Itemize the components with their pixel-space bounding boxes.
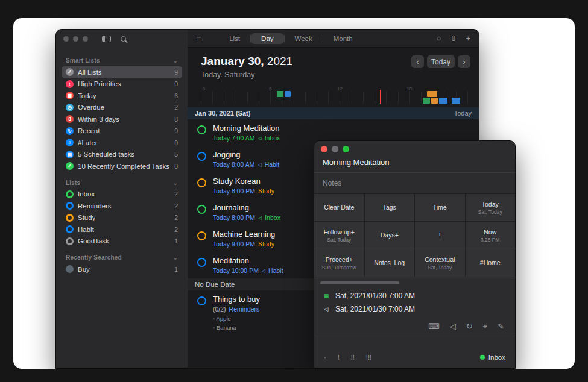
sidebar-item-later[interactable]: # #Later 0 (62, 137, 182, 149)
sidebar-item-recent[interactable]: ↻ Recent 9 (62, 125, 182, 137)
list-color-icon (66, 202, 74, 210)
task-complete-circle[interactable] (197, 178, 206, 187)
priority-none[interactable]: · (324, 354, 326, 361)
task-complete-circle[interactable] (197, 205, 206, 214)
action-proceed[interactable]: Proceed+Sun, Tomorrow (314, 249, 364, 277)
action-time[interactable]: Time (415, 194, 465, 221)
action-contextual[interactable]: ContextualSat, Today (415, 249, 465, 277)
announce-icon[interactable]: ◁ (450, 322, 456, 331)
section-header-smart-lists: Smart Lists ⌄ (62, 57, 182, 64)
count-badge: 2 (174, 202, 178, 210)
action-notes-log[interactable]: Notes_Log (365, 249, 415, 277)
desktop-background: Smart Lists ⌄ ✓ All Lists 9 ! High Prior… (13, 18, 575, 369)
notes-input[interactable]: Notes (314, 173, 515, 193)
tab-week[interactable]: Week (285, 33, 323, 44)
task-complete-circle[interactable] (197, 152, 206, 161)
task-detail-title: Morning Meditation (314, 157, 515, 173)
tab-list[interactable]: List (219, 33, 250, 44)
count-badge: 2 (174, 214, 178, 221)
repeat-icon[interactable]: ↻ (466, 322, 473, 331)
action-clear-date[interactable]: Clear Date (314, 194, 364, 221)
scrollbar-thumb[interactable] (320, 281, 399, 284)
attachment-icon[interactable]: ✎ (498, 322, 504, 331)
close-button[interactable] (321, 146, 327, 152)
sidebar-item-habit[interactable]: Habit 2 (62, 224, 182, 236)
toggle-sidebar-icon[interactable] (102, 36, 111, 42)
task-list-tag: Study (258, 187, 274, 195)
action-today[interactable]: TodaySat, Today (466, 194, 516, 221)
completed-icon: ✓ (66, 162, 74, 170)
close-button[interactable] (63, 36, 69, 42)
calendar-icon: ▦ (323, 293, 330, 299)
search-icon[interactable] (121, 36, 126, 42)
priority-medium[interactable]: !! (351, 354, 355, 361)
sidebar-item-scheduled-tasks[interactable]: ▤ 5 Scheduled tasks 5 (62, 149, 182, 161)
prev-day-button[interactable]: ‹ (411, 55, 424, 68)
action-tags[interactable]: Tags (365, 194, 415, 221)
minimize-button[interactable] (73, 36, 78, 42)
tab-month[interactable]: Month (323, 33, 363, 44)
sidebar-item-buy[interactable]: Buy 1 (62, 263, 182, 275)
section-header-lists: Lists ⌄ (62, 180, 182, 186)
horizontal-scrollbar (314, 277, 515, 286)
timeline-block (423, 98, 430, 104)
task-complete-circle[interactable] (197, 296, 206, 305)
task-complete-circle[interactable] (197, 231, 206, 240)
count-badge: 6 (174, 92, 178, 99)
task-title: Journaling (213, 203, 280, 212)
list-color-icon (66, 214, 74, 222)
priority-high[interactable]: !!! (366, 354, 371, 361)
location-icon[interactable]: ⌖ (483, 322, 487, 331)
task-time: Today 8:00 PM (213, 187, 255, 195)
today-button[interactable]: Today (427, 55, 455, 68)
action-now[interactable]: Now3:28 PM (466, 222, 516, 249)
sidebar-item-reminders[interactable]: Reminders 2 (62, 200, 182, 212)
sidebar-item-overdue[interactable]: ◷ Overdue 2 (62, 102, 182, 114)
minimize-button[interactable] (332, 146, 338, 152)
chevron-down-icon[interactable]: ⌄ (172, 57, 178, 64)
menu-icon[interactable]: ≡ (196, 34, 201, 43)
detail-window: Morning Meditation Notes Clear Date Tags… (314, 140, 516, 369)
priority-low[interactable]: ! (338, 354, 340, 361)
chevron-down-icon[interactable]: ⌄ (172, 254, 178, 261)
sidebar-item-high-priorities[interactable]: ! High Priorities 0 (62, 78, 182, 90)
day-section-header: Jan 30, 2021 (Sat) Today (188, 107, 479, 119)
sidebar-item-inbox[interactable]: Inbox 2 (62, 189, 182, 201)
task-complete-circle[interactable] (197, 125, 206, 134)
action-priority[interactable]: ! (415, 222, 465, 249)
detail-titlebar (314, 141, 515, 157)
sidebar-item-within-3-days[interactable]: 3 Within 3 days 8 (62, 113, 182, 125)
task-list-tag: Habit (265, 161, 280, 168)
alarm-icon: ◁ (258, 162, 261, 168)
timeline-block (427, 91, 437, 97)
action-days-plus[interactable]: Days+ (365, 222, 415, 249)
next-day-button[interactable]: › (458, 55, 470, 68)
action-follow-up[interactable]: Follow up+Sat, Today (314, 222, 364, 249)
tab-day[interactable]: Day (251, 33, 283, 44)
task-title: Morning Meditation (213, 124, 280, 133)
chevron-down-icon[interactable]: ⌄ (172, 180, 178, 186)
sidebar-item-today[interactable]: ▦ Today 6 (62, 90, 182, 102)
action-home-tag[interactable]: #Home (466, 249, 516, 277)
sidebar-item-study[interactable]: Study 2 (62, 212, 182, 224)
list-selector[interactable]: Inbox (480, 354, 505, 361)
share-icon[interactable]: ⇧ (450, 34, 457, 43)
alert-time-row[interactable]: ◁ Sat, 2021/01/30 7:00 AM (323, 302, 507, 316)
alarm-icon: ◁ (262, 268, 265, 274)
add-icon[interactable]: + (466, 34, 470, 43)
zoom-button[interactable] (83, 36, 88, 42)
scheduled-icon: ▤ (66, 151, 74, 158)
detail-toolbar: ⌨ ◁ ↻ ⌖ ✎ (314, 316, 515, 337)
due-date-row[interactable]: ▦ Sat, 2021/01/30 7:00 AM (323, 289, 507, 302)
timeline-block (431, 98, 438, 104)
task-complete-circle[interactable] (197, 258, 206, 267)
task-list-tag: Study (258, 240, 274, 248)
sidebar-item-recently-completed[interactable]: ✓ 10 Recently Completed Tasks 0 (62, 160, 182, 172)
zoom-button[interactable] (343, 146, 349, 152)
sync-icon[interactable]: ○ (437, 34, 441, 43)
keyboard-icon[interactable]: ⌨ (428, 322, 440, 331)
task-time: Today 7:00 AM (213, 134, 254, 142)
subtask-item: ◦ Banana (213, 324, 260, 333)
sidebar-item-goodtask[interactable]: GoodTask 1 (62, 236, 182, 248)
sidebar-item-all-lists[interactable]: ✓ All Lists 9 (62, 66, 182, 78)
